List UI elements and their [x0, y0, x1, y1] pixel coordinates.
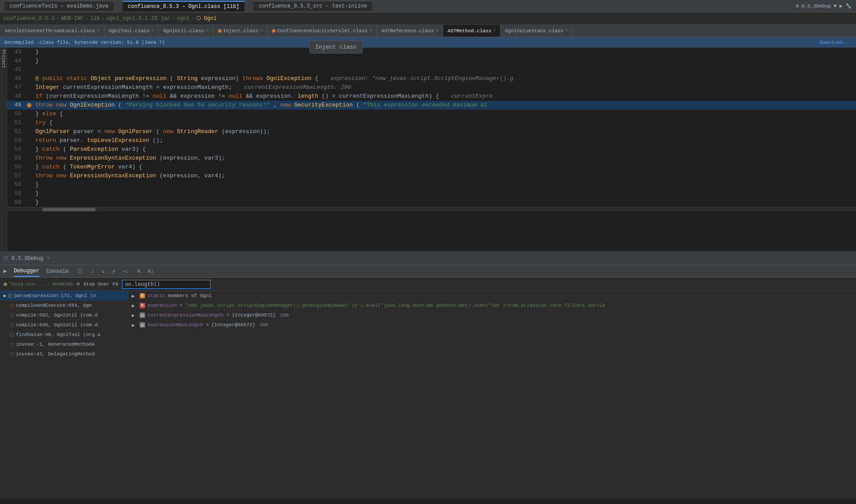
- code-line-47: 47 Integer currentExpressionMaxLength = …: [7, 83, 856, 92]
- debug-run-to-cursor-icon[interactable]: →↓: [122, 268, 128, 275]
- code-line-51: 51 try {: [7, 118, 856, 127]
- stack-frame-2[interactable]: ⬡ compile:592, OgnlUtil (com.d: [0, 310, 128, 320]
- tab-dot-inject: [218, 29, 222, 33]
- stack-frame-3[interactable]: ⬡ compile:546, OgnlUtil (com.d: [0, 320, 128, 330]
- title-tab-1[interactable]: confluenceTools – evalDemo.java: [4, 1, 114, 11]
- code-line-58: 58 }: [7, 180, 856, 189]
- tab-dot-confluencevelocityservlet: [272, 29, 275, 33]
- tab-astreference[interactable]: ASTReference.class ×: [377, 25, 443, 37]
- stack-frame-label: ⬡: [8, 293, 12, 299]
- tab-ognlutil[interactable]: OgnlUtil.class ×: [159, 25, 213, 37]
- step-expression-input[interactable]: [122, 280, 210, 289]
- debug-step-into-icon[interactable]: ↘: [101, 268, 104, 275]
- code-line-56: 56 } catch ( TokenMgrError var4) {: [7, 163, 856, 172]
- tabs-bar: servletContextThreadLocal.class × OgnlTo…: [0, 25, 856, 37]
- stack-frame-1[interactable]: ⬡ compileAndExecute:554, Ogn: [0, 301, 128, 310]
- window-controls[interactable]: ⚙ 8.5.3Debug ▼ ▶ 🔧: [796, 3, 852, 9]
- stack-frame-5[interactable]: ⬡ invoke:-1, GeneratedMethodA: [0, 340, 128, 349]
- info-bar: Decompiled .class file, bytecode version…: [0, 37, 856, 48]
- tab-ognltool[interactable]: OgnlTool.class ×: [104, 25, 159, 37]
- stack-frame-4[interactable]: ⬡ findValue:48, OgnlTool (org.a: [0, 330, 128, 340]
- stack-frame-icon: ⬡: [10, 322, 14, 328]
- close-icon[interactable]: ×: [260, 28, 263, 33]
- stack-frame-0[interactable]: ▶ ⬡ parseExpression:172, Ognl (o: [0, 291, 128, 301]
- tab-label: ASTReference.class: [381, 28, 434, 34]
- breadcrumb-part-6[interactable]: ⬡ Ognl: [196, 15, 217, 22]
- thread-status: "http-nio-...: RUNNING: [4, 282, 73, 287]
- scrollbar-thumb[interactable]: [42, 208, 96, 211]
- breadcrumb: confluence_8.5.3 › WEB-INF › lib › ognl_…: [0, 12, 856, 25]
- close-debug-icon[interactable]: ×: [47, 256, 50, 262]
- breadcrumb-part-3[interactable]: lib: [90, 15, 100, 22]
- tab-label: ASTMethod.class: [447, 28, 491, 34]
- breadcrumb-part-4[interactable]: ognl_ognl-3.1.29.jar: [107, 15, 170, 22]
- tab-label: ConfluenceVelocityServlet.class: [277, 28, 368, 34]
- expand-icon-static[interactable]: ▶: [132, 293, 137, 299]
- tab-confluencevelocityservlet[interactable]: ConfluenceVelocityServlet.class ×: [268, 25, 377, 37]
- stack-frame-text: compile:546, OgnlUtil (com.d: [16, 322, 98, 328]
- code-line-57: 57 throw new ExpressionSyntaxException (…: [7, 172, 856, 180]
- var-row-currentmax[interactable]: ▶ ∞ currentExpressionMaxLength = {Intege…: [128, 310, 856, 320]
- code-editor[interactable]: 43 } 44 } 45 46 @ public: [7, 48, 856, 251]
- code-line-44: 44 }: [7, 57, 856, 65]
- debug-step-out-icon[interactable]: ↗: [112, 268, 115, 275]
- tab-servletcontextthreadlocal[interactable]: servletContextThreadLocal.class ×: [0, 25, 104, 37]
- code-line-49: 49 throw new OgnlException ( "Parsing bl…: [7, 101, 856, 110]
- title-bar: confluenceTools – evalDemo.java confluen…: [0, 0, 856, 12]
- debug-evaluate-icon[interactable]: ≡: [137, 268, 140, 275]
- horizontal-scrollbar[interactable]: [7, 207, 856, 211]
- breadcrumb-part-2[interactable]: WEB-INF: [61, 15, 83, 22]
- var-row-expmax[interactable]: ▶ ∞ expressionMaxLength = {Integer@69572…: [128, 320, 856, 330]
- tab-label: OgnlValueStack.class: [505, 28, 563, 34]
- project-icon[interactable]: Project: [1, 50, 6, 68]
- expand-icon-currentmax[interactable]: ▶: [132, 313, 137, 318]
- code-line-52: 52 OgnlParser parser = new OgnlParser ( …: [7, 127, 856, 136]
- tab-ognlvaluestack[interactable]: OgnlValueStack.class ×: [501, 25, 573, 37]
- close-icon[interactable]: ×: [493, 28, 496, 33]
- debug-step-over-icon[interactable]: ↓: [91, 268, 94, 275]
- breakpoint-49[interactable]: [27, 103, 31, 107]
- close-icon[interactable]: ×: [369, 28, 372, 33]
- filter-icon[interactable]: ⊘: [76, 281, 80, 287]
- breadcrumb-part-5[interactable]: ognl: [177, 15, 190, 22]
- inject-class-label: Inject class: [315, 44, 357, 50]
- close-icon[interactable]: ×: [206, 28, 209, 33]
- stack-frame-icon: ⬡: [10, 303, 14, 309]
- var-row-static[interactable]: ▶ S static members of Ognl: [128, 291, 856, 301]
- variables-panel: ▶ S static members of Ognl ▶ ● expressio…: [128, 291, 856, 499]
- expand-icon-expression[interactable]: ▶: [132, 303, 137, 309]
- var-name-currentmax: currentExpressionMaxLength: [148, 313, 224, 318]
- decompiled-info: Decompiled .class file, bytecode version…: [4, 40, 165, 45]
- close-icon[interactable]: ×: [151, 28, 154, 33]
- tab-console[interactable]: Console: [46, 267, 69, 276]
- download-link[interactable]: Download...: [819, 40, 852, 45]
- breadcrumb-part-1[interactable]: confluence_8.5.3: [4, 15, 54, 22]
- var-icon-currentmax: ∞: [140, 313, 145, 318]
- close-icon[interactable]: ×: [97, 28, 99, 33]
- title-tab-2[interactable]: confluence_8.5.3 – Ognl.class [lib]: [122, 1, 245, 11]
- var-val-expmax: {Integer@69572}: [211, 322, 255, 328]
- tab-label: servletContextThreadLocal.class: [4, 28, 95, 34]
- stack-frame-icon: ⬡: [10, 313, 14, 318]
- var-num-expmax: 200: [260, 322, 268, 328]
- inject-class-popup: Inject class: [310, 41, 363, 53]
- close-icon[interactable]: ×: [565, 28, 568, 33]
- tab-label: OgnlTool.class: [109, 28, 149, 34]
- tab-inject[interactable]: Inject.class ×: [214, 25, 268, 37]
- var-eq-expmax: =: [206, 322, 209, 328]
- debug-frames-icon[interactable]: ≡↓: [148, 268, 154, 275]
- expand-icon-expmax[interactable]: ▶: [132, 322, 137, 328]
- debug-toolbar-list[interactable]: ☰: [77, 268, 82, 275]
- stack-frame-6[interactable]: ⬡ invoke:43, DelegatingMethod: [0, 349, 128, 359]
- var-row-expression[interactable]: ▶ ● expression = "new javax.script.Scrip…: [128, 301, 856, 310]
- debug-tab-icon-resume[interactable]: ▶: [4, 268, 7, 275]
- code-line-46: 46 @ public static Object parseExpressio…: [7, 74, 856, 83]
- tab-debugger[interactable]: Debugger: [14, 266, 39, 277]
- tab-astmethod[interactable]: ASTMethod.class ×: [443, 25, 501, 37]
- debug-session-label: 8.5.3Debug: [11, 256, 43, 262]
- stack-frame-text: parseExpression:172, Ognl (o: [14, 293, 96, 298]
- code-line-48: 48 if (currentExpressionMaxLength != nul…: [7, 92, 856, 101]
- stack-frame-text: invoke:43, DelegatingMethod: [16, 351, 95, 357]
- close-icon[interactable]: ×: [436, 28, 438, 33]
- title-tab-3[interactable]: confluence_8.5.3_src – text-inline: [253, 1, 372, 11]
